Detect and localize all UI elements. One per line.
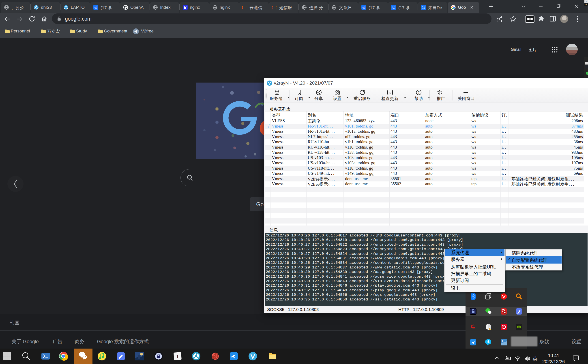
- svg-text:知: 知: [422, 6, 425, 9]
- svg-text:知: 知: [392, 6, 395, 9]
- svg-text:(-): (-): [272, 6, 277, 10]
- svg-text:?: ?: [418, 90, 420, 94]
- svg-text:!: !: [489, 328, 490, 330]
- svg-text:(-): (-): [242, 6, 247, 10]
- svg-text:知: 知: [362, 6, 365, 9]
- svg-text:知: 知: [94, 6, 97, 9]
- svg-text:T: T: [176, 353, 179, 359]
